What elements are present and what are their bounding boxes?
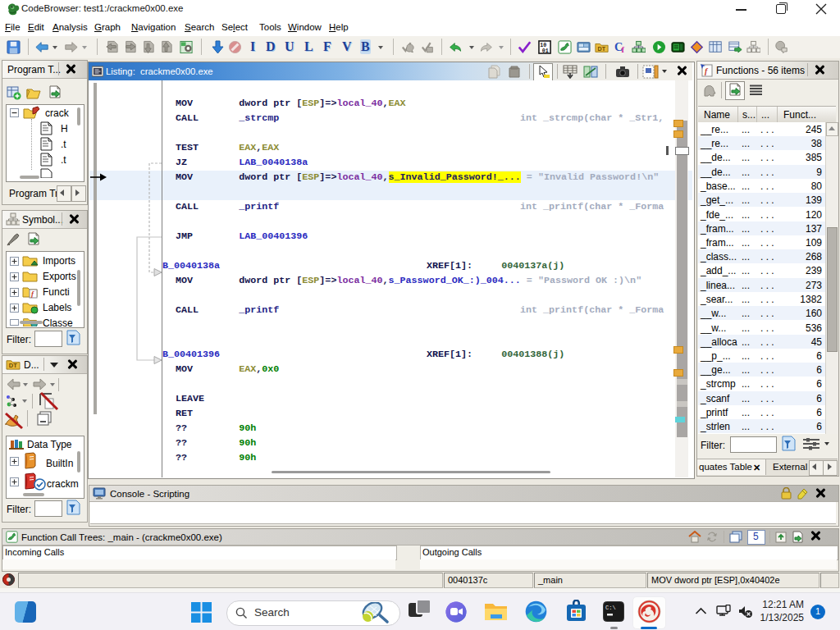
svg-text:01: 01 <box>542 48 549 54</box>
svg-text:C:\: C:\ <box>605 605 616 611</box>
svg-text:f: f <box>622 45 625 54</box>
svg-text:DT: DT <box>598 46 606 52</box>
svg-text:DT: DT <box>9 362 17 369</box>
